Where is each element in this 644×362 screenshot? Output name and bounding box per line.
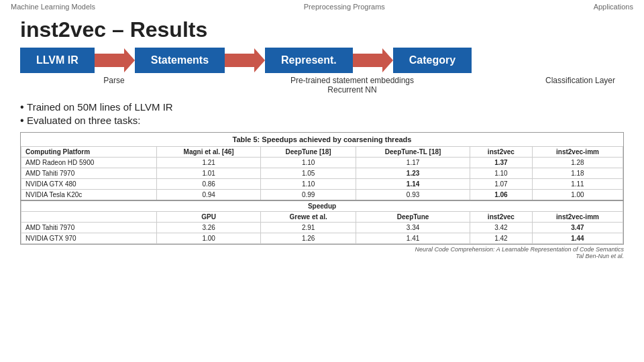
cell-val: 1.17 — [356, 158, 470, 168]
col2-platform — [21, 212, 157, 223]
pipeline-box-represent: Represent. — [265, 48, 353, 73]
pipeline-box-statements: Statements — [135, 48, 225, 73]
cell-val-bold: 3.47 — [532, 223, 623, 233]
cell-val: 3.42 — [470, 223, 532, 233]
cell-val: 1.21 — [157, 158, 261, 168]
col2-grewe: Grewe et al. — [260, 212, 356, 223]
cell-val: 1.10 — [260, 179, 356, 190]
section-label: Speedup — [21, 200, 623, 212]
section-label-row: Speedup — [21, 200, 623, 212]
col-inst2vec: inst2vec — [470, 147, 532, 158]
cell-platform: AMD Tahiti 7970 — [21, 168, 157, 179]
cell-val: 1.41 — [356, 233, 470, 244]
col2-inst2vec-imm: inst2vec-imm — [532, 212, 623, 223]
embed-label: Pre-trained statement embeddings Recurre… — [208, 76, 496, 95]
table-row: NVIDIA GTX 480 0.86 1.10 1.14 1.07 1.11 — [21, 179, 623, 190]
pipeline-arrow-3 — [353, 48, 393, 72]
cell-val: 1.10 — [470, 168, 532, 179]
results-table: Table 5: Speedups achieved by coarsening… — [20, 132, 624, 245]
footnote: Neural Code Comprehension: A Learnable R… — [0, 245, 644, 261]
cell-val: 1.07 — [470, 179, 532, 190]
cell-platform: AMD Tahiti 7970 — [21, 223, 157, 233]
nav-left: Machine Learning Models — [11, 3, 95, 11]
cell-val: 1.00 — [157, 233, 261, 244]
col2-deeptune: DeepTune — [356, 212, 470, 223]
col-inst2vec-imm: inst2vec-imm — [532, 147, 623, 158]
bullet-2: Evaluated on three tasks: — [20, 115, 624, 127]
bullet-1: Trained on 50M lines of LLVM IR — [20, 101, 624, 113]
table-row: AMD Tahiti 7970 1.01 1.05 1.23 1.10 1.18 — [21, 168, 623, 179]
cell-val: 0.99 — [260, 190, 356, 201]
cell-val-bold: 1.06 — [470, 190, 532, 201]
table-caption: Table 5: Speedups achieved by coarsening… — [21, 133, 623, 146]
svg-marker-2 — [353, 48, 393, 72]
cell-val: 1.11 — [532, 179, 623, 190]
table-row: AMD Radeon HD 5900 1.21 1.10 1.17 1.37 1… — [21, 158, 623, 168]
svg-marker-0 — [95, 48, 135, 72]
cell-val: 1.00 — [532, 190, 623, 201]
col-deeptune-tl: DeepTune-TL [18] — [356, 147, 470, 158]
page-title: inst2vec – Results — [0, 13, 644, 48]
footnote-line1: Neural Code Comprehension: A Learnable R… — [20, 246, 624, 253]
cell-val: 2.91 — [260, 223, 356, 233]
svg-marker-1 — [225, 48, 265, 72]
speedup-table: Table 5: Speedups achieved by coarsening… — [21, 133, 623, 244]
pipeline-diagram: LLVM IR Statements Represent. Category — [0, 48, 644, 73]
col-platform: Computing Platform — [21, 147, 157, 158]
footnote-line2: Tal Ben-Nun et al. — [20, 253, 624, 259]
cell-platform: NVIDIA GTX 970 — [21, 233, 157, 244]
nav-center: Preprocessing Programs — [304, 3, 385, 11]
cell-platform: NVIDIA GTX 480 — [21, 179, 157, 190]
bullet-list: Trained on 50M lines of LLVM IR Evaluate… — [0, 99, 644, 132]
cell-val: 3.34 — [356, 223, 470, 233]
label-spacer — [20, 76, 94, 95]
cell-val: 0.93 — [356, 190, 470, 201]
cell-val: 1.28 — [532, 158, 623, 168]
cell-val: 3.26 — [157, 223, 261, 233]
cell-val: 0.86 — [157, 179, 261, 190]
col-deeptune: DeepTune [18] — [260, 147, 356, 158]
table-header-row: Computing Platform Magni et al. [46] Dee… — [21, 147, 623, 158]
cell-val: 0.94 — [157, 190, 261, 201]
cell-platform: AMD Radeon HD 5900 — [21, 158, 157, 168]
cell-val-bold: 1.23 — [356, 168, 470, 179]
col2-inst2vec: inst2vec — [470, 212, 532, 223]
col2-gpu: GPU — [157, 212, 261, 223]
pipeline-arrow-2 — [225, 48, 265, 72]
table-row: NVIDIA Tesla K20c 0.94 0.99 0.93 1.06 1.… — [21, 190, 623, 201]
table-row: AMD Tahiti 7970 3.26 2.91 3.34 3.42 3.47 — [21, 223, 623, 233]
label-spacer2 — [134, 76, 208, 95]
table2-header-row: GPU Grewe et al. DeepTune inst2vec inst2… — [21, 212, 623, 223]
parse-label: Parse — [94, 76, 134, 95]
pipeline-arrow-1 — [95, 48, 135, 72]
table-row: NVIDIA GTX 970 1.00 1.26 1.41 1.42 1.44 — [21, 233, 623, 244]
cell-val: 1.05 — [260, 168, 356, 179]
cell-val: 1.18 — [532, 168, 623, 179]
label-spacer3 — [496, 76, 537, 95]
cell-val-bold: 1.44 — [532, 233, 623, 244]
cell-val-bold: 1.14 — [356, 179, 470, 190]
pipeline-labels: Parse Pre-trained statement embeddings R… — [0, 76, 644, 95]
cell-platform: NVIDIA Tesla K20c — [21, 190, 157, 201]
nav-right: Applications — [594, 3, 633, 11]
cell-val: 1.10 — [260, 158, 356, 168]
cell-val: 1.01 — [157, 168, 261, 179]
navigation: Machine Learning Models Preprocessing Pr… — [0, 0, 644, 13]
cell-val: 1.42 — [470, 233, 532, 244]
pipeline-box-llvm: LLVM IR — [20, 48, 95, 73]
pipeline-box-category: Category — [393, 48, 472, 73]
classify-label: Classification Layer — [537, 76, 624, 95]
cell-val-bold: 1.37 — [470, 158, 532, 168]
col-magni: Magni et al. [46] — [157, 147, 261, 158]
cell-val: 1.26 — [260, 233, 356, 244]
